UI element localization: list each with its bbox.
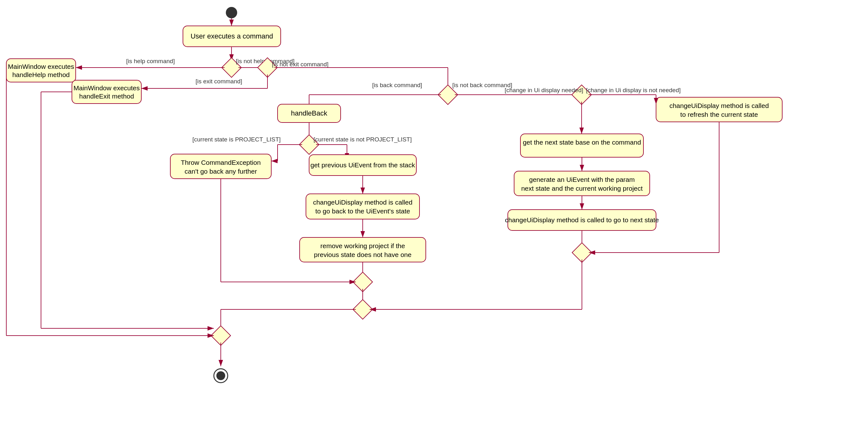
diagram-svg: User executes a command [is help command…: [0, 0, 868, 430]
label-remove-wp-2: previous state does not have one: [314, 251, 411, 258]
label-user-exec: User executes a command: [190, 32, 273, 40]
label-throw-2: can't go back any further: [185, 168, 257, 175]
start-node: [226, 7, 237, 18]
label-change-refresh-1: changeUiDisplay method is called: [669, 102, 769, 109]
node-main-exit: [72, 80, 141, 104]
label-main-exit-2: handleExit method: [79, 92, 134, 100]
label-is-exit: [is exit command]: [195, 78, 242, 85]
diamond-merge1: [353, 272, 372, 292]
label-change-back-2: to go back to the UiEvent's state: [315, 207, 410, 215]
end-node-inner: [216, 371, 225, 380]
label-change-next: changeUiDisplay method is called to go t…: [505, 216, 659, 224]
label-proj-list: [current state is PROJECT_LIST]: [192, 136, 281, 143]
label-ui-not-needed: [change in Ui display is not needed]: [586, 87, 681, 93]
label-get-prev: get previous UiEvent from the stack: [310, 161, 415, 169]
label-gen-event-2: next state and the current working proje…: [521, 185, 643, 192]
node-change-refresh: [656, 97, 782, 122]
label-ui-needed: [change in Ui display needed]: [505, 87, 583, 93]
label-not-exit: [is not exit command]: [272, 61, 329, 67]
label-throw-1: Throw CommandException: [181, 159, 260, 166]
diagram-container: User executes a command [is help command…: [0, 0, 868, 430]
label-remove-wp-1: remove working project if the: [320, 242, 405, 250]
label-change-back-1: changeUiDisplay method is called: [313, 199, 412, 206]
label-main-exit-1: MainWindow executes: [73, 84, 140, 91]
label-handle-back: handleBack: [291, 109, 328, 117]
diamond-merge3: [572, 243, 592, 262]
label-gen-event-1: generate an UiEvent with the param: [529, 176, 634, 183]
label-is-help: [is help command]: [126, 58, 175, 64]
diamond-merge2: [353, 299, 372, 319]
diamond-end: [211, 326, 230, 345]
label-not-proj-list: [current state is not PROJECT_LIST]: [313, 136, 412, 143]
label-main-help-2: handleHelp method: [12, 71, 70, 78]
node-throw-ex: [170, 154, 271, 179]
label-main-help-1: MainWindow executes: [8, 63, 74, 70]
node-remove-wp: [300, 237, 426, 262]
node-change-back: [306, 194, 420, 219]
label-is-back: [is back command]: [372, 82, 422, 88]
label-not-back: [is not back command]: [452, 82, 512, 88]
label-change-refresh-2: to refresh the current state: [680, 111, 758, 118]
node-gen-event: [514, 171, 650, 196]
label-get-next-1: get the next state base on the command: [523, 139, 641, 146]
node-main-help: [6, 59, 76, 82]
